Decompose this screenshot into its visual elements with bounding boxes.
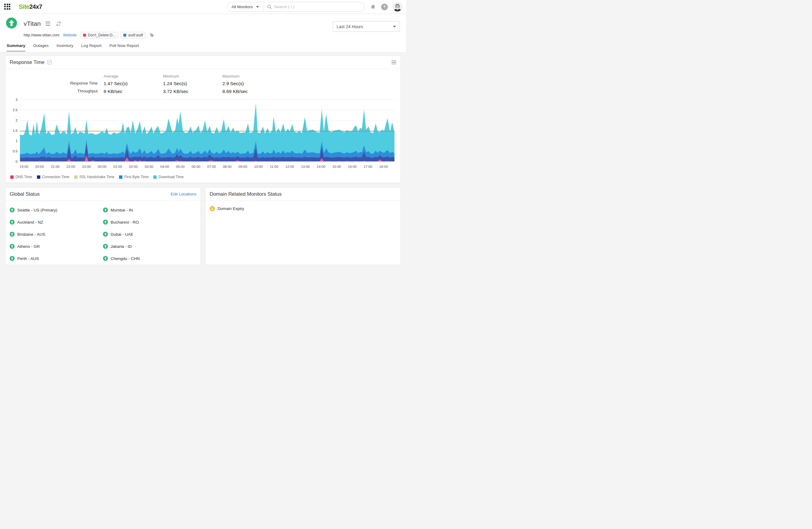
- domain-panel-title: Domain Related Monitors Status: [210, 191, 282, 197]
- trend-chart-icon[interactable]: [47, 60, 52, 64]
- legend-item-ssl-handshake-time[interactable]: SSL Handshake Time: [74, 175, 115, 179]
- response-time-panel: Response Time AverageMinimumMaximumRespo…: [5, 56, 401, 183]
- location-row[interactable]: Chengdu - CHN: [103, 252, 196, 265]
- stats-row-label: Response Time: [10, 81, 104, 86]
- monitor-menu-icon[interactable]: [45, 21, 50, 26]
- location-row[interactable]: Bucharest - RO: [103, 216, 196, 228]
- tag-label: asdf:asdf: [128, 33, 143, 37]
- global-status-title: Global Status: [10, 191, 40, 197]
- legend-label: DNS Time: [15, 175, 32, 179]
- response-chart-svg[interactable]: 00.511.522.5319:0020:0021:0022:0023:0000…: [10, 97, 396, 172]
- tab-poll-now-report[interactable]: Poll Now Report: [110, 43, 139, 52]
- location-row[interactable]: Athens - GR: [10, 240, 103, 252]
- svg-text:18:00: 18:00: [379, 165, 388, 168]
- status-up-icon: [10, 232, 15, 237]
- time-range-dropdown[interactable]: Last 24 Hours: [333, 21, 400, 32]
- legend-label: First Byte Time: [124, 175, 148, 179]
- svg-text:07:00: 07:00: [207, 165, 216, 168]
- monitor-tag[interactable]: Don't_Delete:D...: [80, 32, 118, 39]
- legend-item-dns-time[interactable]: DNS Time: [10, 175, 32, 179]
- legend-item-download-time[interactable]: Download Time: [153, 175, 184, 179]
- location-label: Brisbane - AUS: [17, 232, 45, 237]
- user-avatar[interactable]: [393, 2, 402, 12]
- location-row[interactable]: Jakarta - ID: [103, 240, 196, 252]
- svg-text:13:00: 13:00: [301, 165, 310, 168]
- status-up-icon: [103, 232, 108, 237]
- site24x7-logo[interactable]: Site24x7: [19, 3, 42, 10]
- svg-text:19:00: 19:00: [20, 165, 28, 168]
- svg-text:17:00: 17:00: [364, 165, 372, 168]
- tab-log-report[interactable]: Log Report: [81, 43, 102, 52]
- stats-value: 3.72 KB/sec: [163, 89, 222, 94]
- location-label: Jakarta - ID: [111, 244, 132, 249]
- monitor-scope-dropdown[interactable]: All Monitors: [227, 2, 264, 12]
- refresh-icon[interactable]: [56, 21, 61, 27]
- location-row[interactable]: Dubai - UAE: [103, 228, 196, 240]
- svg-text:01:00: 01:00: [113, 165, 122, 168]
- status-up-icon: [10, 207, 15, 212]
- stats-col-header: Maximum: [222, 74, 282, 78]
- legend-label: SSL Handshake Time: [79, 175, 115, 179]
- monitor-type-link[interactable]: Website: [63, 33, 77, 37]
- tag-icon[interactable]: [149, 33, 155, 38]
- stats-value: 8 KB/sec: [104, 89, 163, 94]
- apps-grid-icon[interactable]: [4, 4, 11, 10]
- legend-item-first-byte-time[interactable]: First Byte Time: [119, 175, 148, 179]
- monitor-url: http://www.vtitan.com: [24, 33, 59, 37]
- status-up-icon: [103, 256, 108, 261]
- svg-text:11:00: 11:00: [270, 165, 278, 168]
- status-up-icon: [103, 207, 108, 212]
- chart-legend: DNS TimeConnection TimeSSL Handshake Tim…: [5, 174, 401, 183]
- tag-color-swatch: [123, 34, 126, 36]
- help-icon[interactable]: ?: [381, 4, 388, 10]
- domain-monitor-row[interactable]: Domain Expiry: [205, 201, 401, 213]
- legend-item-connection-time[interactable]: Connection Time: [37, 175, 69, 179]
- locations-grid: Seattle - US (Primary)Mumbai - INAucklan…: [5, 201, 201, 265]
- legend-label: Connection Time: [42, 175, 69, 179]
- location-label: Seattle - US (Primary): [17, 208, 57, 212]
- stats-value: 8.69 KB/sec: [222, 89, 282, 94]
- legend-swatch: [119, 175, 122, 179]
- tab-summary[interactable]: Summary: [7, 43, 26, 52]
- status-up-icon: [103, 244, 108, 249]
- monitor-tag[interactable]: asdf:asdf: [120, 32, 146, 39]
- search-icon: [267, 4, 272, 9]
- legend-swatch: [153, 175, 157, 179]
- stats-col-header: Average: [104, 74, 163, 78]
- svg-text:00:00: 00:00: [98, 165, 107, 168]
- legend-swatch: [74, 175, 77, 179]
- svg-text:21:00: 21:00: [51, 165, 60, 168]
- panel-menu-icon[interactable]: [391, 60, 396, 64]
- stats-row-label: Throughput: [10, 89, 104, 94]
- domain-items: Domain Expiry: [205, 201, 401, 213]
- svg-text:06:00: 06:00: [191, 165, 200, 168]
- notifications-bell-icon[interactable]: [369, 4, 376, 10]
- status-up-icon: [10, 244, 15, 249]
- svg-text:23:00: 23:00: [82, 165, 91, 168]
- tab-inventory[interactable]: Inventory: [57, 43, 74, 52]
- chevron-down-icon: [393, 26, 396, 28]
- location-row[interactable]: Auckland - NZ: [10, 216, 103, 228]
- location-label: Mumbai - IN: [111, 208, 133, 212]
- search-input[interactable]: [274, 4, 361, 9]
- monitor-scope-label: All Monitors: [231, 4, 253, 9]
- location-row[interactable]: Mumbai - IN: [103, 204, 196, 216]
- domain-monitors-panel: Domain Related Monitors Status Domain Ex…: [205, 187, 401, 265]
- svg-text:20:00: 20:00: [35, 165, 44, 168]
- edit-locations-link[interactable]: Edit Locations: [171, 192, 196, 196]
- status-up-icon: [10, 220, 15, 224]
- monitor-header: vTitan http://www.vtitan.com Website Don…: [0, 14, 406, 52]
- location-row[interactable]: Perth - AUS: [10, 252, 103, 265]
- location-label: Perth - AUS: [17, 256, 39, 261]
- svg-text:08:00: 08:00: [223, 165, 231, 168]
- location-label: Athens - GR: [17, 244, 40, 249]
- tag-label: Don't_Delete:D...: [88, 33, 115, 37]
- svg-text:05:00: 05:00: [176, 165, 185, 168]
- tab-outages[interactable]: Outages: [33, 43, 49, 52]
- svg-text:14:00: 14:00: [317, 165, 325, 168]
- chevron-down-icon: [256, 6, 259, 8]
- location-row[interactable]: Seattle - US (Primary): [10, 204, 103, 216]
- location-row[interactable]: Brisbane - AUS: [10, 228, 103, 240]
- svg-text:0: 0: [16, 160, 18, 163]
- svg-text:22:00: 22:00: [66, 165, 75, 168]
